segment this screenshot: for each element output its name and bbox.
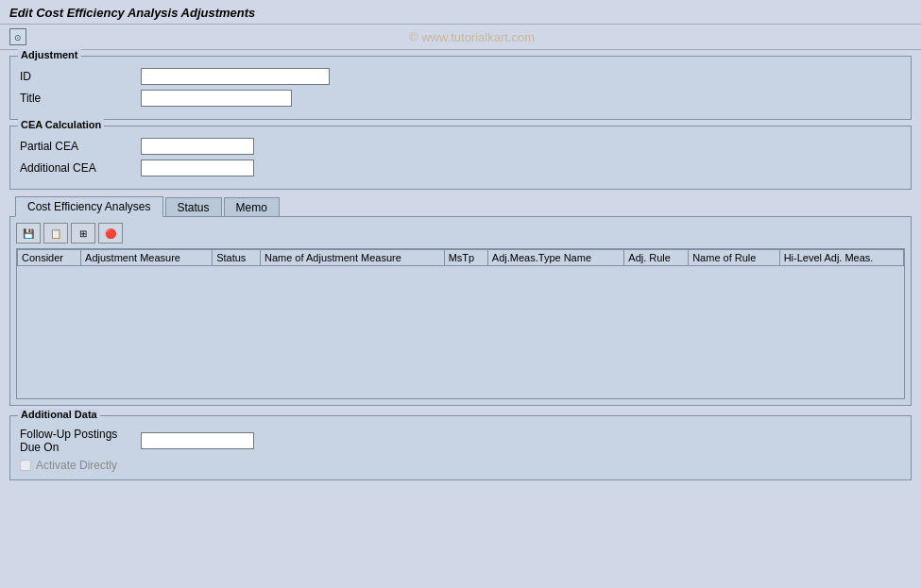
tab-cost-efficiency[interactable]: Cost Efficiency Analyses [15, 196, 163, 217]
chart-icon: 🔴 [105, 228, 116, 239]
activate-row: Activate Directly [20, 459, 901, 472]
table-header-row: Consider Adjustment Measure Status Name … [18, 250, 904, 266]
chart-btn[interactable]: 🔴 [98, 223, 123, 244]
title-bar: Edit Cost Efficiency Analysis Adjustment… [0, 0, 921, 25]
partial-cea-input[interactable] [141, 138, 254, 155]
followup-row: Follow-Up Postings Due On [20, 428, 901, 454]
save-local-btn[interactable]: 📋 [43, 223, 68, 244]
col-adj-rule: Adj. Rule [624, 250, 689, 266]
tabs-container: Cost Efficiency Analyses Status Memo 💾 📋… [9, 195, 912, 406]
toolbar: ⊙ © www.tutorialkart.com [0, 25, 921, 50]
tab-content: 💾 📋 ⊞ 🔴 Consider Adju [9, 216, 912, 406]
additional-cea-label: Additional CEA [20, 161, 133, 175]
col-name-of-rule: Name of Rule [689, 250, 779, 266]
additional-cea-row: Additional CEA [20, 160, 901, 176]
title-input[interactable] [141, 90, 292, 107]
tab-status[interactable]: Status [165, 197, 222, 217]
main-content: Adjustment ID Title CEA Calculation Part… [0, 50, 921, 486]
followup-label: Follow-Up Postings Due On [20, 428, 133, 454]
activate-label: Activate Directly [36, 459, 117, 472]
tab-row: Cost Efficiency Analyses Status Memo [9, 195, 912, 216]
data-table: Consider Adjustment Measure Status Name … [17, 249, 904, 266]
save-icon: 💾 [23, 228, 34, 239]
adjustment-section-label: Adjustment [18, 49, 81, 60]
partial-cea-label: Partial CEA [20, 140, 133, 153]
col-status: Status [213, 250, 261, 266]
watermark: © www.tutorialkart.com [32, 30, 912, 44]
partial-cea-row: Partial CEA [20, 138, 901, 155]
id-input[interactable] [141, 68, 330, 85]
cea-calc-content: Partial CEA Additional CEA [10, 126, 911, 189]
col-consider: Consider [18, 250, 81, 266]
table-body-area: Consider Adjustment Measure Status Name … [16, 248, 905, 399]
cea-calc-section: CEA Calculation Partial CEA Additional C… [9, 126, 912, 190]
save-btn[interactable]: 💾 [16, 223, 41, 244]
additional-data-content: Follow-Up Postings Due On Activate Direc… [10, 416, 911, 479]
title-label: Title [20, 92, 133, 105]
additional-cea-input[interactable] [141, 160, 254, 176]
followup-input[interactable] [141, 432, 254, 449]
grid-btn[interactable]: ⊞ [71, 223, 95, 244]
col-name-adjustment-measure: Name of Adjustment Measure [260, 250, 444, 266]
back-icon[interactable]: ⊙ [9, 28, 26, 45]
tab-memo[interactable]: Memo [224, 197, 280, 217]
col-hi-level-adj-meas: Hi-Level Adj. Meas. [779, 250, 903, 266]
id-label: ID [20, 70, 133, 83]
save-local-icon: 📋 [50, 228, 61, 239]
col-adj-meas-type-name: Adj.Meas.Type Name [487, 250, 623, 266]
table-toolbar: 💾 📋 ⊞ 🔴 [16, 223, 905, 244]
page-title: Edit Cost Efficiency Analysis Adjustment… [9, 6, 912, 20]
additional-data-section: Additional Data Follow-Up Postings Due O… [9, 415, 912, 480]
col-adjustment-measure: Adjustment Measure [81, 250, 213, 266]
activate-checkbox[interactable] [20, 460, 31, 471]
adjustment-section-content: ID Title [10, 57, 911, 119]
col-mstp: MsTp [444, 250, 487, 266]
adjustment-section: Adjustment ID Title [9, 56, 912, 120]
title-row: Title [20, 90, 901, 107]
additional-data-label: Additional Data [18, 409, 100, 420]
cea-calc-label: CEA Calculation [18, 119, 104, 130]
grid-icon: ⊞ [79, 228, 87, 239]
id-row: ID [20, 68, 901, 85]
